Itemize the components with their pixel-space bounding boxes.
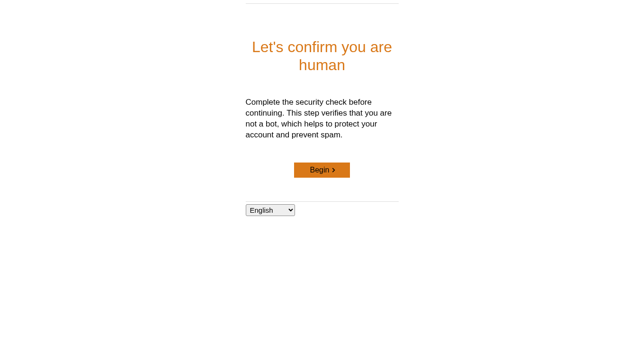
page-title: Let's confirm you are human bbox=[246, 38, 399, 74]
captcha-container: Let's confirm you are human Complete the… bbox=[246, 0, 399, 362]
chevron-right-icon bbox=[330, 167, 337, 173]
top-divider bbox=[246, 3, 399, 4]
begin-button[interactable]: Begin bbox=[294, 163, 350, 178]
description-text: Complete the security check before conti… bbox=[246, 97, 399, 141]
begin-button-label: Begin bbox=[310, 166, 330, 174]
language-select[interactable]: English bbox=[246, 204, 295, 216]
button-wrap: Begin bbox=[246, 163, 399, 178]
bottom-divider bbox=[246, 201, 399, 202]
